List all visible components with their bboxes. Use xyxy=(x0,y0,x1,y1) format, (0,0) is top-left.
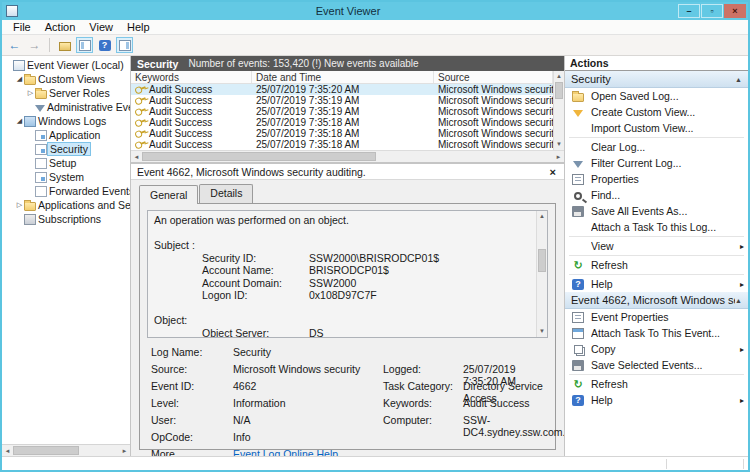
list-horizontal-scrollbar[interactable]: ◄ ► xyxy=(131,150,564,162)
event-list: KeywordsDate and TimeSource Audit Succes… xyxy=(131,71,564,150)
tree-item-label: Applications and Services Lo xyxy=(36,199,130,211)
description-line: Security ID:SSW2000\BRISRODCP01$ xyxy=(154,252,530,265)
collapsed-expander-icon[interactable]: ▷ xyxy=(26,89,35,97)
maximize-button[interactable]: ▫ xyxy=(701,4,723,18)
action-save-all-events-as[interactable]: Save All Events As... xyxy=(565,203,748,219)
action-event-properties[interactable]: Event Properties xyxy=(565,309,748,325)
table-row[interactable]: Audit Success25/07/2019 7:35:18 AMMicros… xyxy=(131,128,553,139)
scroll-down-icon[interactable]: ▼ xyxy=(537,326,547,337)
audit-success-key-icon xyxy=(134,95,147,106)
description-scrollbar[interactable]: ▲ ▼ xyxy=(536,211,547,337)
action-properties[interactable]: Properties xyxy=(565,171,748,187)
table-row[interactable]: Audit Success25/07/2019 7:35:18 AMMicros… xyxy=(131,117,553,128)
action-filter-current-log[interactable]: Filter Current Log... xyxy=(565,155,748,171)
action-clear-log[interactable]: Clear Log... xyxy=(565,139,748,155)
column-header-date-and-time[interactable]: Date and Time xyxy=(252,71,434,83)
menu-action[interactable]: Action xyxy=(38,21,83,33)
field-value: Microsoft Windows security xyxy=(233,363,383,375)
menu-file[interactable]: File xyxy=(6,21,38,33)
scroll-up-icon[interactable]: ▲ xyxy=(537,211,547,222)
icon-slot xyxy=(571,260,585,271)
save-icon xyxy=(572,206,584,217)
scroll-right-icon[interactable]: ► xyxy=(119,448,130,454)
table-row[interactable]: Audit Success25/07/2019 7:35:18 AMMicros… xyxy=(131,139,553,150)
help-icon[interactable] xyxy=(96,37,113,53)
action-attach-a-task-to-this-log[interactable]: Attach a Task To this Log... xyxy=(565,219,748,235)
list-vertical-scrollbar[interactable]: ▲ ▼ xyxy=(553,71,564,150)
console-tree-pane: Event Viewer (Local)◢Custom Views▷Server… xyxy=(2,56,131,456)
sidebar-item-forwarded-events[interactable]: Forwarded Events xyxy=(2,184,130,198)
action-help[interactable]: Help▸ xyxy=(565,276,748,292)
close-preview-icon[interactable]: × xyxy=(548,166,558,178)
collapse-section-icon[interactable]: ▲ xyxy=(735,76,742,83)
sidebar-item-security[interactable]: Security xyxy=(2,142,130,156)
tab-details[interactable]: Details xyxy=(199,184,253,203)
back-icon[interactable]: ← xyxy=(6,37,23,53)
action-create-custom-view[interactable]: Create Custom View... xyxy=(565,104,748,120)
action-section-event-header[interactable]: Event 4662, Microsoft Windows securi...▲ xyxy=(565,292,748,309)
action-copy[interactable]: Copy▸ xyxy=(565,341,748,357)
description-line: Object Server:DS xyxy=(154,327,530,338)
action-open-saved-log[interactable]: Open Saved Log... xyxy=(565,88,748,104)
sidebar-item-application[interactable]: Application xyxy=(2,128,130,142)
window-title: Event Viewer xyxy=(18,5,678,17)
icon-slot xyxy=(571,91,585,102)
sidebar-item-applications-and-services-lo[interactable]: ▷Applications and Services Lo xyxy=(2,198,130,212)
action-refresh[interactable]: Refresh xyxy=(565,257,748,273)
action-view[interactable]: View▸ xyxy=(565,238,748,254)
description-line: An operation was performed on an object. xyxy=(154,214,530,227)
scroll-left-icon[interactable]: ◄ xyxy=(131,154,142,160)
minimize-button[interactable]: – xyxy=(678,4,700,18)
action-find[interactable]: Find... xyxy=(565,187,748,203)
copy-icon xyxy=(574,345,583,354)
table-row[interactable]: Audit Success25/07/2019 7:35:19 AMMicros… xyxy=(131,106,553,117)
preview-title: Event 4662, Microsoft Windows security a… xyxy=(137,166,548,178)
sidebar-item-custom-views[interactable]: ◢Custom Views xyxy=(2,72,130,86)
expanded-expander-icon[interactable]: ◢ xyxy=(15,75,24,83)
icon-slot xyxy=(571,379,585,390)
action-help[interactable]: Help▸ xyxy=(565,392,748,408)
sidebar-item-windows-logs[interactable]: ◢Windows Logs xyxy=(2,114,130,128)
log-title: Security xyxy=(137,58,178,70)
collapsed-expander-icon[interactable]: ▷ xyxy=(15,201,24,209)
forward-icon[interactable]: → xyxy=(26,37,43,53)
sidebar-item-event-viewer-local[interactable]: Event Viewer (Local) xyxy=(2,58,130,72)
menu-view[interactable]: View xyxy=(82,21,120,33)
table-row[interactable]: Audit Success25/07/2019 7:35:20 AMMicros… xyxy=(131,84,553,95)
sidebar-item-server-roles[interactable]: ▷Server Roles xyxy=(2,86,130,100)
scroll-right-icon[interactable]: ► xyxy=(553,154,564,160)
sidebar-item-subscriptions[interactable]: Subscriptions xyxy=(2,212,130,226)
action-label: Event Properties xyxy=(591,311,744,323)
export-icon[interactable] xyxy=(56,37,73,53)
audit-success-key-icon xyxy=(134,106,147,117)
scroll-up-icon[interactable]: ▲ xyxy=(554,71,564,82)
action-import-custom-view[interactable]: Import Custom View... xyxy=(565,120,748,136)
console-tree-icon[interactable] xyxy=(76,37,93,53)
menu-help[interactable]: Help xyxy=(120,21,157,33)
sidebar-item-administrative-events[interactable]: Administrative Events xyxy=(2,100,130,114)
scroll-down-icon[interactable]: ▼ xyxy=(554,139,564,150)
table-row[interactable]: Audit Success25/07/2019 7:35:19 AMMicros… xyxy=(131,95,553,106)
field-value: N/A xyxy=(233,414,383,426)
collapse-section-icon[interactable]: ▲ xyxy=(735,297,742,304)
tab-general[interactable]: General xyxy=(139,185,198,204)
action-separator xyxy=(569,274,744,275)
event-rows: Audit Success25/07/2019 7:35:20 AMMicros… xyxy=(131,84,553,150)
column-header-source[interactable]: Source xyxy=(434,71,553,83)
action-save-selected-events[interactable]: Save Selected Events... xyxy=(565,357,748,373)
expanded-expander-icon[interactable]: ◢ xyxy=(15,117,24,125)
column-header-keywords[interactable]: Keywords xyxy=(131,71,252,83)
field-label: Logged: xyxy=(383,363,463,375)
action-refresh[interactable]: Refresh xyxy=(565,376,748,392)
windows-logs-icon xyxy=(24,116,36,127)
close-button[interactable]: × xyxy=(724,4,746,18)
sidebar-item-setup[interactable]: Setup xyxy=(2,156,130,170)
tree-horizontal-scrollbar[interactable]: ◄ ► xyxy=(2,444,130,456)
icon-slot xyxy=(571,279,585,290)
description-label: Security ID: xyxy=(154,252,309,265)
action-attach-task-to-this-event[interactable]: Attach Task To This Event... xyxy=(565,325,748,341)
action-section-security-header[interactable]: Security▲ xyxy=(565,71,748,88)
scroll-left-icon[interactable]: ◄ xyxy=(2,448,13,454)
action-pane-icon[interactable] xyxy=(116,37,133,53)
sidebar-item-system[interactable]: System xyxy=(2,170,130,184)
